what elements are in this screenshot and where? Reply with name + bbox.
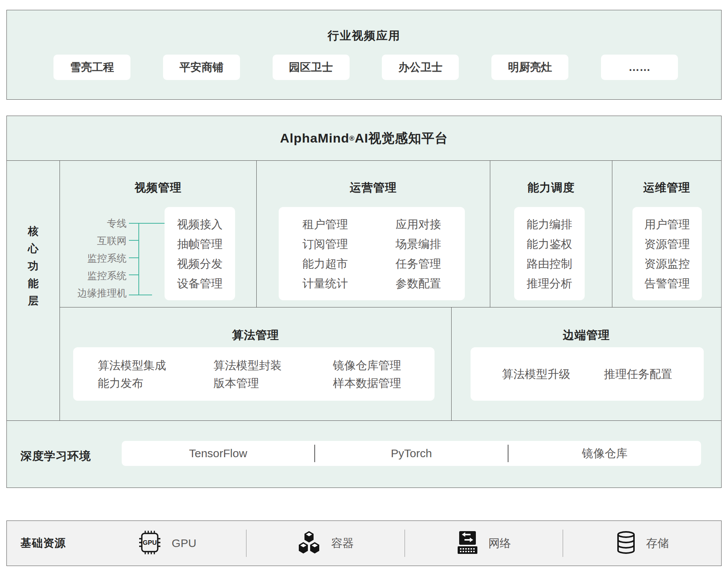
video-item-device: 设备管理 (165, 278, 235, 289)
video-management-column: 视频管理 专线 互联网 监控系统 监控系统 边缘推理机 视频接入 抽帧管理 视频… (60, 161, 257, 307)
connector-stub-1 (129, 223, 165, 224)
app-pill-pingan: 平安商铺 (163, 55, 240, 80)
storage-database-icon (616, 531, 636, 556)
edge-management-column: 边端管理 算法模型升级 推理任务配置 (452, 307, 721, 420)
om-management-card: 用户管理 资源管理 资源监控 告警管理 (632, 207, 702, 300)
capability-scheduling-card: 能力编排 能力鉴权 路由控制 推理分析 (514, 207, 585, 300)
platform-section: AlphaMind® AI视觉感知平台 核心功能层 视频管理 专线 互联网 监控… (6, 116, 722, 488)
algo-item-sample-data: 样本数据管理 (333, 377, 435, 389)
infra-label-gpu: GPU (172, 537, 196, 550)
dl-item-tensorflow: TensorFlow (122, 447, 314, 460)
industry-apps-title: 行业视频应用 (7, 10, 721, 44)
app-pill-xueliang: 雪亮工程 (53, 55, 130, 80)
infra-label-network: 网络 (488, 536, 511, 551)
om-item-resource-monitor: 资源监控 (632, 258, 702, 270)
app-pill-more: …… (601, 55, 678, 80)
sched-item-orchestration: 能力编排 (514, 218, 585, 230)
gpu-chip-icon: GPU (138, 531, 162, 556)
algo-item-model-integration: 算法模型集成 (98, 359, 213, 371)
connector-stub-3 (129, 257, 139, 258)
algorithm-management-column: 算法管理 算法模型集成 算法模型封装 镜像仓库管理 能力发布 版本管理 样本数据… (60, 307, 452, 420)
app-pill-bangong: 办公卫士 (382, 55, 459, 80)
dl-item-pytorch: PyTorch (315, 447, 508, 460)
core-layer-sidebar: 核心功能层 (7, 161, 60, 420)
operations-management-title: 运营管理 (257, 161, 490, 196)
platform-title: AlphaMind® AI视觉感知平台 (7, 116, 721, 161)
video-item-distribution: 视频分发 (165, 258, 235, 270)
om-management-column: 运维管理 用户管理 资源管理 资源监控 告警管理 (612, 161, 721, 307)
video-item-frame: 抽帧管理 (165, 238, 235, 250)
infra-label-container: 容器 (331, 536, 354, 551)
operations-management-column: 运营管理 租户管理 应用对接 订阅管理 场景编排 能力超市 任务管理 计量统计 … (257, 161, 490, 307)
ops-item-metering: 计量统计 (279, 278, 372, 289)
om-management-title: 运维管理 (612, 161, 721, 196)
container-cubes-icon (297, 531, 321, 555)
infra-label-storage: 存储 (646, 536, 669, 551)
app-pill-yuanqu: 园区卫士 (273, 55, 350, 80)
sched-item-routing: 路由控制 (514, 258, 585, 270)
video-source-labels: 专线 互联网 监控系统 监控系统 边缘推理机 (60, 218, 127, 299)
infrastructure-section: 基础资源 GPU GPU (6, 521, 722, 566)
ops-item-subscription: 订阅管理 (279, 238, 372, 250)
operations-management-card: 租户管理 应用对接 订阅管理 场景编排 能力超市 任务管理 计量统计 参数配置 (279, 207, 465, 300)
source-label-monitoring-2: 监控系统 (87, 270, 127, 281)
connector-stub-5 (129, 295, 152, 295)
ops-item-app-connect: 应用对接 (372, 218, 465, 230)
om-item-alarm: 告警管理 (632, 278, 702, 289)
infrastructure-groups: GPU GPU (88, 521, 721, 566)
dl-item-image-repo: 镜像仓库 (508, 446, 701, 461)
edge-item-model-upgrade: 算法模型升级 (502, 368, 570, 380)
infra-group-network: 网络 (405, 531, 563, 556)
sched-item-authentication: 能力鉴权 (514, 238, 585, 250)
infra-group-storage: 存储 (563, 531, 721, 556)
video-management-title: 视频管理 (60, 161, 256, 196)
dl-environment-label: 深度学习环境 (20, 448, 91, 464)
capability-scheduling-column: 能力调度 能力编排 能力鉴权 路由控制 推理分析 (490, 161, 612, 307)
app-pill-mingchu: 明厨亮灶 (491, 55, 568, 80)
edge-item-inference-config: 推理任务配置 (604, 368, 672, 380)
architecture-diagram: 行业视频应用 雪亮工程 平安商铺 园区卫士 办公卫士 明厨亮灶 …… Alpha… (0, 0, 728, 577)
platform-title-rest: AI视觉感知平台 (355, 130, 448, 147)
video-management-card: 视频接入 抽帧管理 视频分发 设备管理 (165, 207, 235, 300)
edge-management-card: 算法模型升级 推理任务配置 (471, 347, 704, 401)
ops-item-tenant: 租户管理 (279, 218, 372, 230)
source-label-monitoring-1: 监控系统 (87, 252, 127, 264)
om-item-user: 用户管理 (632, 218, 702, 230)
source-label-dedicated-line: 专线 (107, 218, 127, 229)
platform-title-brand: AlphaMind (280, 131, 349, 146)
source-label-internet: 互联网 (97, 235, 127, 246)
video-item-access: 视频接入 (165, 218, 235, 230)
infra-group-gpu: GPU GPU (88, 531, 246, 556)
dl-environment-bar: TensorFlow PyTorch 镜像仓库 (122, 441, 701, 466)
algorithm-management-card: 算法模型集成 算法模型封装 镜像仓库管理 能力发布 版本管理 样本数据管理 (73, 347, 435, 401)
edge-management-title: 边端管理 (452, 307, 721, 343)
source-label-edge-inference: 边缘推理机 (77, 287, 127, 299)
ops-item-scene: 场景编排 (372, 238, 465, 250)
ops-item-capability-market: 能力超市 (279, 258, 372, 270)
connector-stub-4 (129, 274, 139, 275)
ops-item-task: 任务管理 (372, 258, 465, 270)
network-switch-icon (457, 531, 479, 556)
algo-item-model-packaging: 算法模型封装 (213, 359, 333, 371)
algorithm-management-title: 算法管理 (60, 307, 451, 343)
svg-text:GPU: GPU (143, 539, 157, 546)
industry-apps-row: 雪亮工程 平安商铺 园区卫士 办公卫士 明厨亮灶 …… (7, 55, 721, 80)
infra-group-container: 容器 (246, 531, 405, 555)
infrastructure-label: 基础资源 (7, 536, 88, 551)
core-layer-label: 核心功能层 (27, 223, 40, 310)
ops-item-parameter: 参数配置 (372, 278, 465, 289)
algo-item-image-repo: 镜像仓库管理 (333, 359, 435, 371)
connector-bus-line (138, 223, 139, 295)
om-item-resource-mgmt: 资源管理 (632, 238, 702, 250)
algo-item-version: 版本管理 (213, 377, 333, 389)
capability-scheduling-title: 能力调度 (490, 161, 612, 196)
dl-environment-row: 深度学习环境 TensorFlow PyTorch 镜像仓库 (7, 420, 721, 488)
algo-item-capability-release: 能力发布 (98, 377, 213, 389)
sched-item-inference: 推理分析 (514, 278, 585, 289)
industry-apps-section: 行业视频应用 雪亮工程 平安商铺 园区卫士 办公卫士 明厨亮灶 …… (6, 10, 722, 100)
connector-stub-2 (129, 240, 139, 241)
